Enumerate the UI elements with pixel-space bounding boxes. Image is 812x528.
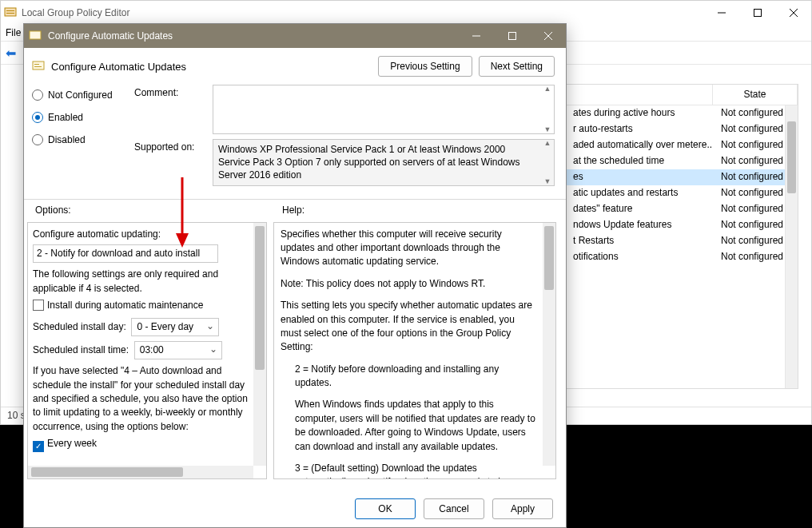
help-heading: Help: — [282, 204, 304, 216]
radio-indicator — [32, 89, 43, 101]
previous-setting-button[interactable]: Previous Setting — [378, 56, 472, 77]
menu-file[interactable]: File — [6, 27, 21, 38]
comment-textarea[interactable]: ▲▼ — [213, 85, 555, 134]
policy-title: Configure Automatic Updates — [51, 61, 372, 73]
svg-rect-9 — [508, 33, 515, 40]
main-titlebar: Local Group Policy Editor — [1, 1, 811, 25]
dialog-titlebar[interactable]: Configure Automatic Updates — [24, 24, 566, 48]
radio-indicator — [32, 134, 43, 145]
every-week-label: Every week — [47, 438, 97, 449]
install-day-dropdown[interactable]: 0 - Every day — [131, 318, 219, 336]
scroll-thumb[interactable] — [787, 121, 796, 193]
dialog-close-button[interactable] — [530, 25, 566, 47]
configure-updating-label: Configure automatic updating: — [33, 228, 248, 241]
options-heading: Options: — [35, 204, 282, 216]
scroll-thumb[interactable] — [544, 226, 554, 290]
supported-on-label: Supported on: — [134, 139, 213, 186]
scroll-thumb[interactable] — [255, 226, 265, 370]
separator — [24, 199, 566, 200]
dialog-icon — [29, 30, 42, 42]
main-minimize-button[interactable] — [703, 2, 739, 24]
install-day-label: Scheduled install day: — [33, 321, 126, 332]
help-text: Note: This policy does not apply to Wind… — [281, 277, 535, 291]
every-week-checkbox[interactable] — [33, 441, 44, 452]
maintenance-checkbox[interactable] — [33, 300, 44, 311]
scroll-thumb[interactable] — [31, 467, 183, 477]
supported-on-text: Windows XP Professional Service Pack 1 o… — [213, 139, 555, 186]
comment-label: Comment: — [134, 85, 213, 134]
textarea-scroll[interactable]: ▲▼ — [541, 140, 554, 185]
app-icon — [4, 6, 17, 19]
svg-rect-2 — [6, 13, 14, 14]
help-text: This setting lets you specify whether au… — [281, 299, 535, 355]
back-icon[interactable]: ⬅ — [6, 46, 16, 61]
configure-updates-dialog: Configure Automatic Updates Configure Au… — [23, 23, 567, 528]
col-header-state[interactable]: State — [713, 85, 798, 105]
svg-rect-1 — [6, 10, 14, 11]
radio-enabled[interactable]: Enabled — [32, 112, 134, 123]
configure-updating-dropdown[interactable]: 2 - Notify for download and auto install — [33, 244, 218, 263]
svg-rect-14 — [34, 66, 42, 67]
dialog-minimize-button[interactable] — [458, 25, 494, 47]
svg-rect-7 — [30, 31, 41, 39]
supported-on-value: Windows XP Professional Service Pack 1 o… — [218, 144, 520, 181]
svg-rect-13 — [34, 64, 39, 65]
help-text: 3 = (Default setting) Download the updat… — [281, 462, 535, 478]
options-hscrollbar[interactable] — [28, 466, 253, 478]
cancel-button[interactable]: Cancel — [424, 498, 484, 519]
radio-label: Enabled — [48, 112, 83, 123]
main-close-button[interactable] — [775, 2, 811, 24]
radio-indicator — [32, 112, 43, 123]
help-pane: Specifies whether this computer will rec… — [273, 222, 556, 479]
apply-button[interactable]: Apply — [492, 498, 553, 519]
svg-rect-0 — [5, 8, 16, 16]
svg-rect-12 — [33, 62, 44, 69]
install-time-label: Scheduled install time: — [33, 344, 129, 355]
textarea-scroll[interactable]: ▲▼ — [541, 85, 554, 133]
help-text: When Windows finds updates that apply to… — [281, 398, 535, 454]
options-pane: Configure automatic updating: 2 - Notify… — [27, 222, 267, 479]
help-text: 2 = Notify before downloading and instal… — [281, 363, 535, 391]
radio-not-configured[interactable]: Not Configured — [32, 89, 134, 101]
svg-rect-4 — [754, 10, 761, 17]
grid-vscrollbar[interactable] — [785, 105, 798, 388]
install-time-dropdown[interactable]: 03:00 — [134, 341, 222, 359]
state-radio-group: Not Configured Enabled Disabled — [32, 85, 134, 191]
radio-label: Not Configured — [48, 89, 113, 101]
main-title-text: Local Group Policy Editor — [22, 7, 703, 18]
main-maximize-button[interactable] — [739, 2, 775, 24]
help-text: Specifies whether this computer will rec… — [281, 228, 535, 269]
options-note-2: If you have selected "4 – Auto download … — [33, 364, 248, 434]
dialog-maximize-button[interactable] — [494, 25, 530, 47]
maintenance-checkbox-label: Install during automatic maintenance — [47, 300, 203, 311]
options-note: The following settings are only required… — [33, 268, 248, 296]
radio-label: Disabled — [48, 134, 86, 145]
next-setting-button[interactable]: Next Setting — [479, 56, 555, 77]
policy-icon — [32, 60, 45, 73]
radio-disabled[interactable]: Disabled — [32, 134, 134, 145]
help-vscrollbar[interactable] — [543, 223, 555, 466]
ok-button[interactable]: OK — [355, 498, 416, 519]
dialog-footer: OK Cancel Apply — [24, 490, 566, 527]
options-vscrollbar[interactable] — [253, 223, 266, 466]
dialog-title-text: Configure Automatic Updates — [48, 30, 458, 42]
